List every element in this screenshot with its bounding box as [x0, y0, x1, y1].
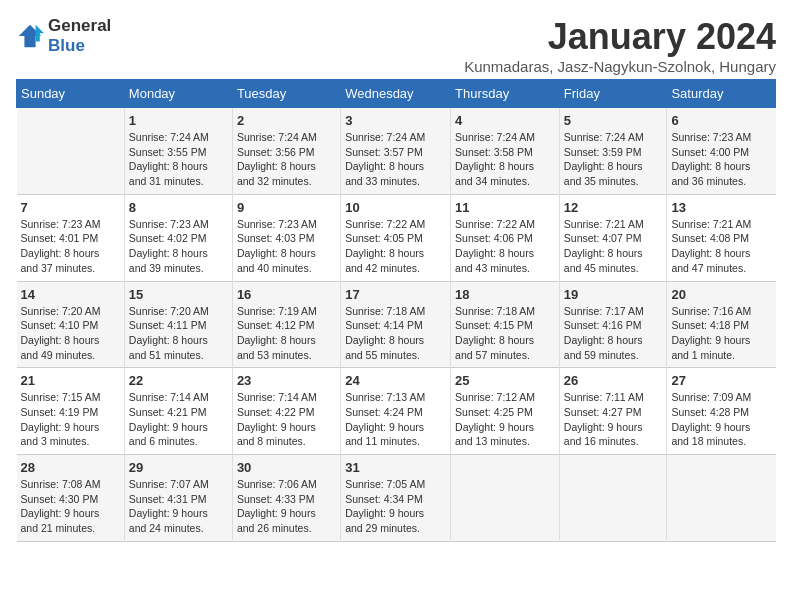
- day-info: Sunrise: 7:06 AMSunset: 4:33 PMDaylight:…: [237, 477, 336, 536]
- day-number: 20: [671, 287, 771, 302]
- calendar-cell: 29Sunrise: 7:07 AMSunset: 4:31 PMDayligh…: [124, 455, 232, 542]
- calendar-cell: 2Sunrise: 7:24 AMSunset: 3:56 PMDaylight…: [232, 108, 340, 195]
- weekday-header: Sunday: [17, 80, 125, 108]
- day-number: 17: [345, 287, 446, 302]
- day-info: Sunrise: 7:12 AMSunset: 4:25 PMDaylight:…: [455, 390, 555, 449]
- calendar-cell: 28Sunrise: 7:08 AMSunset: 4:30 PMDayligh…: [17, 455, 125, 542]
- calendar-week-row: 14Sunrise: 7:20 AMSunset: 4:10 PMDayligh…: [17, 281, 776, 368]
- day-number: 22: [129, 373, 228, 388]
- day-number: 1: [129, 113, 228, 128]
- weekday-header: Monday: [124, 80, 232, 108]
- day-info: Sunrise: 7:16 AMSunset: 4:18 PMDaylight:…: [671, 304, 771, 363]
- calendar-cell: 1Sunrise: 7:24 AMSunset: 3:55 PMDaylight…: [124, 108, 232, 195]
- logo-line2: Blue: [48, 36, 111, 56]
- day-info: Sunrise: 7:05 AMSunset: 4:34 PMDaylight:…: [345, 477, 446, 536]
- calendar-cell: 20Sunrise: 7:16 AMSunset: 4:18 PMDayligh…: [667, 281, 776, 368]
- calendar-subtitle: Kunmadaras, Jasz-Nagykun-Szolnok, Hungar…: [464, 58, 776, 75]
- calendar-cell: [559, 455, 667, 542]
- day-info: Sunrise: 7:08 AMSunset: 4:30 PMDaylight:…: [21, 477, 120, 536]
- day-number: 13: [671, 200, 771, 215]
- day-number: 4: [455, 113, 555, 128]
- calendar-cell: 8Sunrise: 7:23 AMSunset: 4:02 PMDaylight…: [124, 194, 232, 281]
- day-number: 27: [671, 373, 771, 388]
- day-info: Sunrise: 7:23 AMSunset: 4:01 PMDaylight:…: [21, 217, 120, 276]
- day-number: 2: [237, 113, 336, 128]
- calendar-cell: 23Sunrise: 7:14 AMSunset: 4:22 PMDayligh…: [232, 368, 340, 455]
- calendar-cell: 26Sunrise: 7:11 AMSunset: 4:27 PMDayligh…: [559, 368, 667, 455]
- day-info: Sunrise: 7:07 AMSunset: 4:31 PMDaylight:…: [129, 477, 228, 536]
- day-info: Sunrise: 7:18 AMSunset: 4:14 PMDaylight:…: [345, 304, 446, 363]
- weekday-header: Saturday: [667, 80, 776, 108]
- day-info: Sunrise: 7:17 AMSunset: 4:16 PMDaylight:…: [564, 304, 663, 363]
- calendar-table: SundayMondayTuesdayWednesdayThursdayFrid…: [16, 79, 776, 542]
- weekday-header: Tuesday: [232, 80, 340, 108]
- calendar-week-row: 7Sunrise: 7:23 AMSunset: 4:01 PMDaylight…: [17, 194, 776, 281]
- day-number: 11: [455, 200, 555, 215]
- calendar-cell: 9Sunrise: 7:23 AMSunset: 4:03 PMDaylight…: [232, 194, 340, 281]
- day-info: Sunrise: 7:23 AMSunset: 4:03 PMDaylight:…: [237, 217, 336, 276]
- day-info: Sunrise: 7:19 AMSunset: 4:12 PMDaylight:…: [237, 304, 336, 363]
- calendar-cell: 13Sunrise: 7:21 AMSunset: 4:08 PMDayligh…: [667, 194, 776, 281]
- day-info: Sunrise: 7:11 AMSunset: 4:27 PMDaylight:…: [564, 390, 663, 449]
- day-info: Sunrise: 7:14 AMSunset: 4:22 PMDaylight:…: [237, 390, 336, 449]
- day-info: Sunrise: 7:24 AMSunset: 3:57 PMDaylight:…: [345, 130, 446, 189]
- day-number: 28: [21, 460, 120, 475]
- day-info: Sunrise: 7:23 AMSunset: 4:02 PMDaylight:…: [129, 217, 228, 276]
- day-number: 25: [455, 373, 555, 388]
- day-number: 23: [237, 373, 336, 388]
- calendar-cell: 21Sunrise: 7:15 AMSunset: 4:19 PMDayligh…: [17, 368, 125, 455]
- calendar-cell: 18Sunrise: 7:18 AMSunset: 4:15 PMDayligh…: [451, 281, 560, 368]
- calendar-cell: 14Sunrise: 7:20 AMSunset: 4:10 PMDayligh…: [17, 281, 125, 368]
- day-number: 18: [455, 287, 555, 302]
- calendar-week-row: 28Sunrise: 7:08 AMSunset: 4:30 PMDayligh…: [17, 455, 776, 542]
- day-number: 29: [129, 460, 228, 475]
- svg-marker-1: [36, 25, 44, 42]
- day-number: 16: [237, 287, 336, 302]
- weekday-header: Thursday: [451, 80, 560, 108]
- calendar-cell: 24Sunrise: 7:13 AMSunset: 4:24 PMDayligh…: [341, 368, 451, 455]
- calendar-cell: 31Sunrise: 7:05 AMSunset: 4:34 PMDayligh…: [341, 455, 451, 542]
- calendar-cell: 19Sunrise: 7:17 AMSunset: 4:16 PMDayligh…: [559, 281, 667, 368]
- calendar-cell: [667, 455, 776, 542]
- day-info: Sunrise: 7:14 AMSunset: 4:21 PMDaylight:…: [129, 390, 228, 449]
- day-info: Sunrise: 7:15 AMSunset: 4:19 PMDaylight:…: [21, 390, 120, 449]
- day-info: Sunrise: 7:24 AMSunset: 3:55 PMDaylight:…: [129, 130, 228, 189]
- day-info: Sunrise: 7:24 AMSunset: 3:56 PMDaylight:…: [237, 130, 336, 189]
- calendar-week-row: 21Sunrise: 7:15 AMSunset: 4:19 PMDayligh…: [17, 368, 776, 455]
- calendar-cell: 5Sunrise: 7:24 AMSunset: 3:59 PMDaylight…: [559, 108, 667, 195]
- logo: General Blue: [16, 16, 111, 56]
- calendar-cell: 17Sunrise: 7:18 AMSunset: 4:14 PMDayligh…: [341, 281, 451, 368]
- day-number: 14: [21, 287, 120, 302]
- day-number: 6: [671, 113, 771, 128]
- day-number: 26: [564, 373, 663, 388]
- day-number: 8: [129, 200, 228, 215]
- calendar-cell: 10Sunrise: 7:22 AMSunset: 4:05 PMDayligh…: [341, 194, 451, 281]
- day-info: Sunrise: 7:22 AMSunset: 4:05 PMDaylight:…: [345, 217, 446, 276]
- calendar-cell: 27Sunrise: 7:09 AMSunset: 4:28 PMDayligh…: [667, 368, 776, 455]
- day-number: 30: [237, 460, 336, 475]
- day-number: 7: [21, 200, 120, 215]
- day-info: Sunrise: 7:13 AMSunset: 4:24 PMDaylight:…: [345, 390, 446, 449]
- calendar-cell: 22Sunrise: 7:14 AMSunset: 4:21 PMDayligh…: [124, 368, 232, 455]
- calendar-cell: 4Sunrise: 7:24 AMSunset: 3:58 PMDaylight…: [451, 108, 560, 195]
- calendar-title: January 2024: [464, 16, 776, 58]
- calendar-cell: 16Sunrise: 7:19 AMSunset: 4:12 PMDayligh…: [232, 281, 340, 368]
- day-number: 31: [345, 460, 446, 475]
- weekday-header: Wednesday: [341, 80, 451, 108]
- page-header: General Blue January 2024 Kunmadaras, Ja…: [16, 16, 776, 75]
- calendar-cell: 15Sunrise: 7:20 AMSunset: 4:11 PMDayligh…: [124, 281, 232, 368]
- day-number: 21: [21, 373, 120, 388]
- day-number: 5: [564, 113, 663, 128]
- calendar-header-row: SundayMondayTuesdayWednesdayThursdayFrid…: [17, 80, 776, 108]
- day-number: 15: [129, 287, 228, 302]
- weekday-header: Friday: [559, 80, 667, 108]
- day-number: 12: [564, 200, 663, 215]
- day-info: Sunrise: 7:23 AMSunset: 4:00 PMDaylight:…: [671, 130, 771, 189]
- calendar-cell: 6Sunrise: 7:23 AMSunset: 4:00 PMDaylight…: [667, 108, 776, 195]
- day-number: 3: [345, 113, 446, 128]
- calendar-cell: 11Sunrise: 7:22 AMSunset: 4:06 PMDayligh…: [451, 194, 560, 281]
- day-number: 9: [237, 200, 336, 215]
- logo-line1: General: [48, 16, 111, 36]
- calendar-week-row: 1Sunrise: 7:24 AMSunset: 3:55 PMDaylight…: [17, 108, 776, 195]
- day-number: 19: [564, 287, 663, 302]
